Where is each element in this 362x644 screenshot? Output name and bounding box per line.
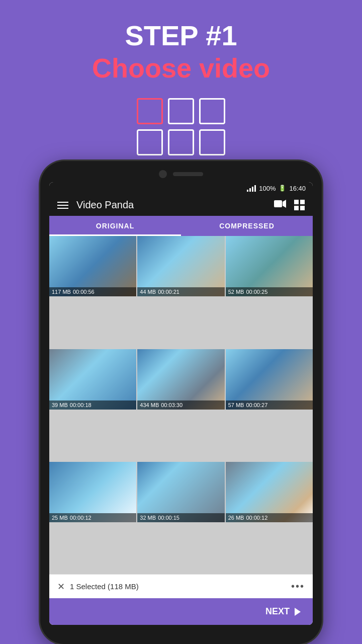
video-thumb-1[interactable]: 117 MB 00:00:56	[49, 236, 136, 296]
video-thumb-8[interactable]: 32 MB 00:00:15	[137, 462, 224, 522]
video-info-2: 44 MB 00:00:21	[137, 287, 224, 296]
selection-bar: ✕ 1 Selected (118 MB) •••	[49, 574, 313, 598]
video-thumb-9[interactable]: 26 MB 00:00:12	[226, 462, 313, 522]
step-title: STEP #1	[0, 20, 362, 51]
video-info-1: 117 MB 00:00:56	[49, 287, 136, 296]
selection-text: 1 Selected (118 MB)	[70, 582, 139, 591]
grid-cell-3	[199, 98, 225, 124]
grid-icon-illustration	[136, 98, 226, 155]
video-grid: 117 MB 00:00:56 44 MB 00:00:21 52 MB 00:…	[49, 236, 313, 574]
battery-text: 100%	[259, 185, 276, 192]
video-info-6: 57 MB 00:00:27	[226, 400, 313, 410]
video-info-3: 52 MB 00:00:25	[226, 287, 313, 296]
video-camera-icon[interactable]	[274, 199, 286, 211]
video-info-9: 26 MB 00:00:12	[226, 513, 313, 522]
tabs-container: ORIGINAL COMPRESSED	[49, 216, 313, 236]
phone-outer: 100% 🔋 16:40 Video Panda	[40, 161, 322, 644]
phone-camera	[159, 170, 167, 178]
time-text: 16:40	[289, 185, 306, 192]
grid-cell-2	[168, 98, 194, 124]
video-thumb-7[interactable]: 25 MB 00:00:12	[49, 462, 136, 522]
video-thumb-2[interactable]: 44 MB 00:00:21	[137, 236, 224, 296]
video-info-5: 434 MB 00:03:30	[137, 400, 224, 410]
video-thumb-3[interactable]: 52 MB 00:00:25	[226, 236, 313, 296]
app-title: Video Panda	[76, 199, 266, 211]
clear-selection-icon[interactable]: ✕	[57, 581, 65, 592]
phone-speaker	[173, 172, 203, 176]
grid-cell-6	[199, 129, 225, 155]
video-info-4: 39 MB 00:00:18	[49, 400, 136, 410]
video-info-7: 25 MB 00:00:12	[49, 513, 136, 522]
next-arrow-icon	[295, 608, 301, 616]
svg-marker-1	[283, 200, 286, 208]
video-thumb-4[interactable]: 39 MB 00:00:18	[49, 349, 136, 410]
selection-left: ✕ 1 Selected (118 MB)	[57, 581, 139, 592]
tab-compressed[interactable]: COMPRESSED	[181, 216, 313, 236]
grid-cell-4	[137, 129, 163, 155]
grid-cell-1	[137, 98, 163, 124]
phone-top-bar	[49, 170, 313, 178]
hamburger-icon[interactable]	[57, 202, 68, 209]
header-section: STEP #1 Choose video	[0, 0, 362, 181]
app-toolbar: Video Panda	[49, 194, 313, 216]
grid-view-icon[interactable]	[294, 200, 305, 210]
phone-screen: 100% 🔋 16:40 Video Panda	[49, 182, 313, 625]
svg-rect-0	[274, 200, 282, 207]
next-label: NEXT	[265, 606, 290, 617]
status-bar: 100% 🔋 16:40	[49, 182, 313, 194]
signal-icon	[247, 185, 256, 192]
video-thumb-6[interactable]: 57 MB 00:00:27	[226, 349, 313, 410]
battery-icon: 🔋	[279, 185, 286, 192]
next-button[interactable]: NEXT	[49, 598, 313, 625]
more-options-icon[interactable]: •••	[291, 581, 305, 592]
video-thumb-5[interactable]: 434 MB 00:03:30	[137, 349, 224, 410]
step-subtitle: Choose video	[0, 53, 362, 83]
grid-cell-5	[168, 129, 194, 155]
phone-mockup: 100% 🔋 16:40 Video Panda	[40, 161, 322, 644]
tab-original[interactable]: ORIGINAL	[49, 216, 181, 236]
video-info-8: 32 MB 00:00:15	[137, 513, 224, 522]
